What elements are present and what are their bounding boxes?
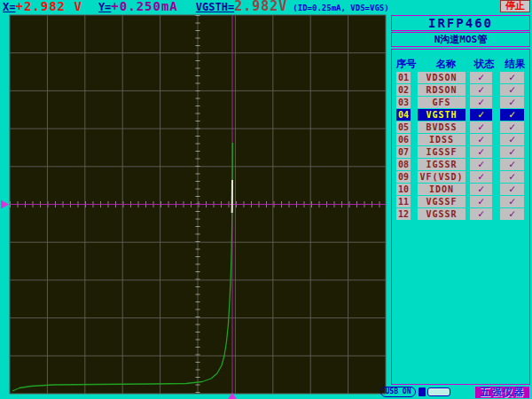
header-index: 序号: [395, 58, 417, 71]
readout-bar: X= +2.982 V Y= +0.250mA VGSTH= 2.982V (I…: [0, 0, 532, 14]
table-row[interactable]: 04VGSTH✓✓: [392, 109, 529, 121]
usb-buffer-icon: [419, 387, 426, 396]
status-check-icon: ✓: [470, 72, 492, 83]
table-row[interactable]: 05BVDSS✓✓: [392, 121, 529, 133]
table-row[interactable]: 08IGSSR✓✓: [392, 159, 529, 170]
param-name: VF(VSD): [418, 171, 466, 183]
header-name: 名称: [422, 58, 470, 71]
result-check-icon: ✓: [500, 171, 524, 183]
param-name: IDON: [418, 184, 466, 195]
transfer-curve-plot: [0, 14, 393, 399]
curve-tracer-screen: X= +2.982 V Y= +0.250mA VGSTH= 2.982V (I…: [0, 0, 532, 399]
graph-canvas: [0, 14, 393, 399]
status-check-icon: ✓: [470, 109, 492, 121]
result-check-icon: ✓: [500, 109, 524, 121]
device-name: IRFP460: [391, 15, 530, 31]
x-readout-label: X=: [3, 1, 15, 13]
result-check-icon: ✓: [500, 208, 524, 220]
usb-status-badge: USB ON: [380, 387, 416, 397]
result-check-icon: ✓: [500, 121, 524, 133]
table-header-row: 序号 名称 状态 结果: [392, 58, 529, 71]
param-name: IDSS: [418, 134, 466, 145]
x-readout-value: +2.982 V: [15, 0, 82, 13]
row-number: 12: [396, 208, 411, 220]
test-condition-text: (ID=0.25mA, VDS=VGS): [293, 4, 388, 12]
table-row[interactable]: 09VF(VSD)✓✓: [392, 171, 529, 183]
row-number: 09: [396, 171, 411, 183]
row-number: 06: [396, 134, 411, 145]
param-name: VDSON: [418, 72, 466, 83]
device-type: N沟道MOS管: [391, 32, 530, 47]
brand-logo: 五强仪器: [475, 387, 529, 398]
param-name: VGSTH: [418, 109, 466, 121]
table-row[interactable]: 12VGSSR✓✓: [392, 208, 529, 220]
row-number: 05: [396, 121, 411, 133]
vgsth-readout-label: VGSTH=: [196, 1, 234, 13]
row-number: 04: [396, 109, 411, 121]
result-check-icon: ✓: [500, 97, 524, 108]
parameter-table: 序号 名称 状态 结果 01VDSON✓✓02RDSON✓✓03GFS✓✓04V…: [391, 49, 530, 385]
status-check-icon: ✓: [470, 184, 492, 195]
row-number: 08: [396, 159, 411, 170]
status-bar: USB ON 五强仪器: [0, 387, 532, 399]
status-check-icon: ✓: [470, 121, 492, 133]
result-check-icon: ✓: [500, 72, 524, 83]
param-name: VGSSR: [418, 208, 466, 220]
param-name: BVDSS: [418, 121, 466, 133]
y-readout-label: Y=: [98, 1, 111, 13]
parameter-panel: IRFP460 N沟道MOS管 序号 名称 状态 结果 01VDSON✓✓02R…: [391, 14, 530, 387]
status-check-icon: ✓: [470, 196, 492, 207]
table-row[interactable]: 01VDSON✓✓: [392, 72, 529, 83]
result-check-icon: ✓: [500, 196, 524, 207]
table-row[interactable]: 10IDON✓✓: [392, 184, 529, 195]
header-status: 状态: [473, 58, 496, 71]
result-check-icon: ✓: [500, 146, 524, 158]
row-number: 07: [396, 146, 411, 158]
usb-progress-indicator: [427, 387, 450, 396]
param-name: GFS: [418, 97, 466, 108]
status-check-icon: ✓: [470, 171, 492, 183]
header-result: 结果: [503, 58, 528, 71]
status-check-icon: ✓: [470, 97, 492, 108]
status-check-icon: ✓: [470, 208, 492, 220]
param-name: RDSON: [418, 84, 466, 96]
table-row[interactable]: 11VGSSF✓✓: [392, 196, 529, 207]
result-check-icon: ✓: [500, 84, 524, 96]
param-name: IGSSF: [418, 146, 466, 158]
y-readout-value: +0.250mA: [111, 0, 177, 13]
row-number: 10: [396, 184, 411, 195]
row-number: 03: [396, 97, 411, 108]
status-check-icon: ✓: [470, 84, 492, 96]
table-row[interactable]: 02RDSON✓✓: [392, 84, 529, 96]
row-number: 01: [396, 72, 411, 83]
row-number: 02: [396, 84, 411, 96]
status-check-icon: ✓: [470, 146, 492, 158]
param-name: VGSSF: [418, 196, 466, 207]
param-name: IGSSR: [418, 159, 466, 170]
result-check-icon: ✓: [500, 159, 524, 170]
status-check-icon: ✓: [470, 134, 492, 145]
status-check-icon: ✓: [470, 159, 492, 170]
table-row[interactable]: 07IGSSF✓✓: [392, 146, 529, 158]
table-row[interactable]: 06IDSS✓✓: [392, 134, 529, 145]
vgsth-readout-value: 2.982V: [234, 0, 287, 13]
result-check-icon: ✓: [500, 134, 524, 145]
result-check-icon: ✓: [500, 184, 524, 195]
table-row[interactable]: 03GFS✓✓: [392, 97, 529, 108]
param-table-body: 01VDSON✓✓02RDSON✓✓03GFS✓✓04VGSTH✓✓05BVDS…: [392, 72, 529, 220]
stop-button[interactable]: 停止: [500, 0, 530, 12]
row-number: 11: [396, 196, 411, 207]
